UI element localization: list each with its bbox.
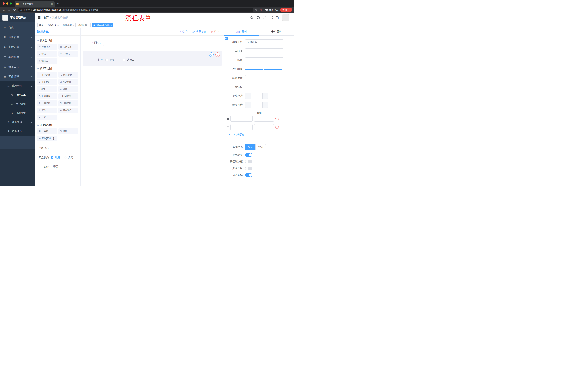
form-grid-slider[interactable] (245, 66, 284, 72)
chip-date-range[interactable]: ⊟日期范围 (58, 100, 78, 106)
chip-table[interactable]: ▦表格[开发中] (37, 136, 57, 141)
tab-component-props[interactable]: 组件属性 (224, 28, 259, 36)
phone-input[interactable] (103, 40, 219, 46)
address-bar[interactable]: ⚠ 不安全 | dashboard.yudao.iocoder.cn/bpm/m… (18, 8, 253, 12)
help-icon[interactable]: ? (263, 16, 266, 19)
show-label-toggle[interactable] (245, 153, 252, 157)
hamburger-icon[interactable]: ☰ (35, 16, 43, 20)
sidebar-item-infrastructure[interactable]: ▤ 基础设施 ▾ (0, 52, 35, 62)
update-browser-button[interactable]: 更新 ⋮ (280, 8, 292, 12)
github-icon[interactable] (256, 16, 260, 20)
search-icon[interactable] (250, 16, 253, 19)
browser-tab[interactable]: 芋道管理系统 × (15, 1, 55, 7)
sidebar-logo[interactable]: 芋道管理系统 (0, 13, 35, 22)
chip-button[interactable]: ▢按钮 (58, 128, 78, 134)
title-input[interactable] (245, 57, 284, 63)
tab-form-props[interactable]: 表单属性 (259, 28, 294, 35)
sidebar-item-home[interactable]: ⌂ 首页 (0, 22, 35, 32)
chip-cascader[interactable]: ⌥级联选择 (58, 72, 78, 77)
chip-counter[interactable]: 123计数器 (58, 51, 78, 57)
password-key-icon[interactable] (255, 8, 258, 11)
font-size-icon[interactable]: TT (276, 16, 279, 19)
form-name-input[interactable] (51, 145, 78, 151)
chip-time-picker[interactable]: ◷时间选择 (37, 93, 57, 99)
option1-value-input[interactable] (254, 116, 274, 122)
chip-row-container[interactable]: ▣行容器 (37, 128, 57, 134)
chip-date-picker[interactable]: ⊞日期选择 (37, 100, 57, 106)
chip-multi-line-text[interactable]: ▤多行文本 (58, 44, 78, 50)
remove-option-button[interactable]: − (275, 126, 279, 129)
close-icon[interactable]: × (88, 24, 89, 26)
breadcrumb-home[interactable]: 首页 (43, 16, 49, 19)
close-window-button[interactable] (2, 2, 5, 5)
close-icon[interactable]: × (110, 24, 112, 26)
option2-label-input[interactable] (230, 124, 252, 130)
sidebar-item-workflow[interactable]: ▦ 工作流程 ▴ (0, 72, 35, 81)
label-width-input[interactable] (245, 75, 284, 81)
chip-switch[interactable]: ◐开关 (37, 86, 57, 92)
chip-time-range[interactable]: ◔时间范围 (58, 93, 78, 99)
drag-handle-icon[interactable]: ☰ (227, 126, 229, 129)
close-icon[interactable]: × (57, 24, 59, 26)
fullscreen-icon[interactable] (270, 16, 273, 19)
copy-component-button[interactable] (209, 53, 214, 57)
sidebar-item-payment[interactable]: ¥ 支付管理 ▾ (0, 42, 35, 52)
tag-process-definition[interactable]: 流程定义 × (46, 23, 60, 28)
sidebar-item-process-model[interactable]: ✈ 流程模型 (0, 109, 35, 118)
gender-option1-checkbox[interactable]: 选项一 (105, 58, 117, 62)
tag-process-form[interactable]: 流程表单 × (77, 23, 91, 28)
sidebar-item-devtools[interactable]: ⚒ 研发工具 ▾ (0, 62, 35, 72)
avatar[interactable] (282, 14, 289, 21)
required-toggle[interactable] (245, 173, 252, 177)
tab-close-icon[interactable]: × (51, 2, 53, 5)
remove-option-button[interactable]: − (275, 117, 279, 120)
sidebar-item-user-groups[interactable]: ☺ 用户分组 (0, 100, 35, 109)
zoom-window-button[interactable] (10, 2, 12, 5)
chip-upload[interactable]: ☁上传 (37, 115, 57, 120)
clear-button[interactable]: 清空 (210, 30, 220, 33)
close-icon[interactable]: × (73, 24, 74, 26)
sidebar-item-task-management[interactable]: ⚑ 任务管理 ▾ (0, 118, 35, 127)
component-type-select[interactable]: 多选框组 ▾ (245, 40, 284, 45)
remark-textarea[interactable]: 嘿嘿 (51, 164, 78, 175)
minus-button[interactable]: − (245, 102, 251, 107)
tag-home[interactable]: 首页 (37, 23, 45, 28)
chip-slider[interactable]: ↔滑块 (58, 86, 78, 92)
option1-label-input[interactable] (230, 116, 252, 122)
chip-rate[interactable]: ☆评分 (37, 107, 57, 113)
default-value-input[interactable] (245, 84, 284, 90)
view-json-button[interactable]: 查看json (192, 30, 207, 33)
chevron-down-icon[interactable]: ▾ (291, 17, 292, 19)
add-option-button[interactable]: + 添加选项 (230, 133, 294, 136)
minimize-window-button[interactable] (6, 2, 8, 5)
canvas-field-phone[interactable]: *手机号 (83, 40, 222, 46)
chip-password[interactable]: ⊡密码 (37, 51, 57, 57)
tag-process-model[interactable]: 流程模型 × (61, 23, 75, 28)
chip-single-line-text[interactable]: ▭单行文本 (37, 44, 57, 50)
bookmark-star-icon[interactable]: ☆ (260, 8, 262, 11)
plus-button[interactable]: + (262, 93, 268, 99)
with-border-toggle[interactable] (245, 160, 252, 163)
sidebar-item-leave-query[interactable]: ♟ 请假查询 (0, 127, 35, 136)
save-button[interactable]: ✓ 保存 (179, 30, 188, 33)
field-name-input[interactable] (245, 48, 284, 54)
gender-option2-checkbox[interactable]: 选项二 (123, 58, 135, 62)
chip-editor[interactable]: ✎编辑器 (37, 58, 57, 64)
minus-button[interactable]: − (245, 93, 251, 99)
option2-value-input[interactable] (254, 124, 274, 130)
status-off-radio[interactable]: 关闭 (64, 156, 73, 159)
browser-menu-icon[interactable]: ⋮ (288, 9, 290, 11)
chip-radio-group[interactable]: ◉单选框组 (37, 79, 57, 85)
status-on-radio[interactable]: 开启 (51, 156, 60, 159)
disabled-toggle[interactable] (245, 167, 252, 170)
sidebar-item-process-management[interactable]: ☰ 流程管理 ▴ (0, 81, 35, 90)
back-button[interactable]: ← (2, 8, 5, 11)
max-select-input[interactable] (251, 102, 262, 107)
delete-component-button[interactable] (215, 53, 220, 57)
slider-handle[interactable] (282, 68, 284, 70)
drag-handle-icon[interactable]: ☰ (227, 117, 229, 120)
min-select-input[interactable] (251, 93, 262, 99)
style-default-button[interactable]: 默认 (245, 144, 256, 150)
tag-process-form-edit[interactable]: 流程表单-编辑 × (92, 23, 113, 28)
chip-color-picker[interactable]: ◩颜色选择 (58, 107, 78, 113)
